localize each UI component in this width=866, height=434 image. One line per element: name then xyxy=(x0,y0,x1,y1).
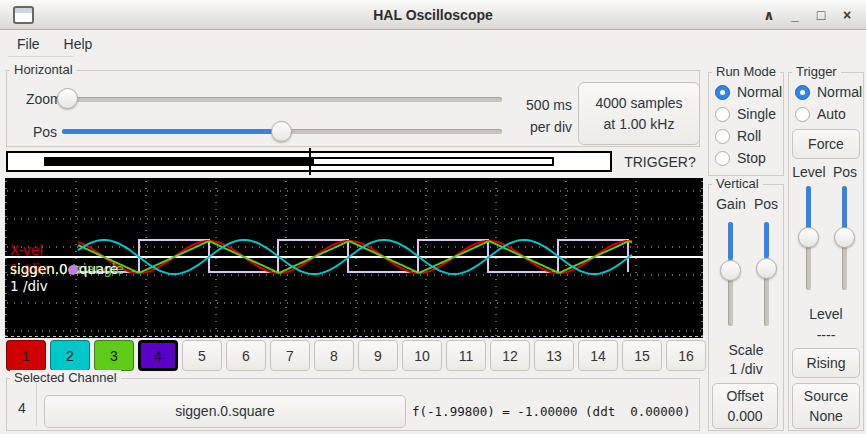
scope-canvas: X-vel 1 /div siggen.0.triangle siggen.0.… xyxy=(5,178,703,338)
trigger-group-label: Trigger xyxy=(792,64,841,79)
vertical-group-label: Vertical xyxy=(712,176,763,191)
trigger-edge-button[interactable]: Rising xyxy=(792,348,860,378)
trigger-status-label: TRIGGER? xyxy=(618,154,702,170)
force-button[interactable]: Force xyxy=(792,129,860,159)
vertical-gain-label: Gain xyxy=(712,196,750,212)
channel-button-12[interactable]: 12 xyxy=(490,340,530,371)
minimize-icon[interactable]: _ xyxy=(784,4,806,26)
run-mode-option-label: Single xyxy=(737,106,776,122)
menubar: File Help xyxy=(0,30,866,57)
record-filled-portion xyxy=(44,157,312,166)
vertical-pos-slider-handle[interactable] xyxy=(756,258,777,279)
vertical-gain-slider-fill xyxy=(728,222,733,260)
offset-button[interactable]: Offset 0.000 xyxy=(712,383,778,429)
run-mode-option-stop[interactable]: Stop xyxy=(709,147,785,169)
run-mode-option-roll[interactable]: Roll xyxy=(709,125,785,147)
trigger-level-slider-fill xyxy=(806,186,811,230)
time-per-div-unit: per div xyxy=(500,119,572,135)
run-mode-group-label: Run Mode xyxy=(712,64,780,79)
trigger-source-button-value: None xyxy=(809,406,842,426)
trigger-mode-option-normal[interactable]: Normal xyxy=(789,81,865,103)
trigger-mode-option-auto[interactable]: Auto xyxy=(789,103,865,125)
trigger-pos-slider-fill xyxy=(842,186,847,230)
selected-channel-group-label: Selected Channel xyxy=(10,370,121,385)
channel-button-9[interactable]: 9 xyxy=(358,340,398,371)
channel-button-11[interactable]: 11 xyxy=(446,340,486,371)
channel-value-readout: f(-1.99800) = -1.00000 (ddt 0.00000) xyxy=(412,404,690,419)
channel-button-16[interactable]: 16 xyxy=(666,340,706,371)
trigger-source-button-label: Source xyxy=(804,386,848,406)
trigger-options: NormalAuto xyxy=(789,81,865,125)
channel-button-10[interactable]: 10 xyxy=(402,340,442,371)
close-icon[interactable]: × xyxy=(836,4,858,26)
run-mode-group: Run Mode NormalSingleRollStop xyxy=(708,72,784,176)
horizontal-group-label: Horizontal xyxy=(10,62,77,77)
offset-button-label: Offset xyxy=(726,386,763,406)
pos-slider-fill xyxy=(62,129,282,134)
channel-button-15[interactable]: 15 xyxy=(622,340,662,371)
channel-button-3[interactable]: 3 xyxy=(94,340,134,371)
vertical-scale-label: Scale xyxy=(708,342,784,358)
run-mode-option-single[interactable]: Single xyxy=(709,103,785,125)
channel-button-row: 12345678910111213141516 xyxy=(6,340,706,371)
trigger-level-value: ---- xyxy=(788,327,864,343)
record-position-marker xyxy=(309,148,311,175)
samples-button[interactable]: 4000 samples at 1.00 kHz xyxy=(578,82,700,145)
run-mode-option-normal[interactable]: Normal xyxy=(709,81,785,103)
run-mode-option-label: Normal xyxy=(737,84,782,100)
channel-button-14[interactable]: 14 xyxy=(578,340,618,371)
samples-button-line2: at 1.00 kHz xyxy=(604,114,675,134)
selected-channel-number: 4 xyxy=(12,400,32,416)
channel-button-2[interactable]: 2 xyxy=(50,340,90,371)
menu-file[interactable]: File xyxy=(6,33,51,55)
channel-button-13[interactable]: 13 xyxy=(534,340,574,371)
radio-off-icon[interactable] xyxy=(795,107,810,122)
trigger-source-button[interactable]: Source None xyxy=(792,383,860,429)
channel-name-button[interactable]: siggen.0.square xyxy=(44,395,406,428)
run-mode-options: NormalSingleRollStop xyxy=(709,81,785,169)
channel-button-7[interactable]: 7 xyxy=(270,340,310,371)
radio-off-icon[interactable] xyxy=(715,107,730,122)
selected-channel-marker-dot xyxy=(68,265,78,275)
selected-channel-divider xyxy=(36,383,37,426)
maximize-icon[interactable]: □ xyxy=(810,4,832,26)
scope-label-ch1: X-vel xyxy=(10,242,43,258)
shade-icon[interactable]: ∧ xyxy=(758,4,780,26)
vertical-pos-slider-fill xyxy=(764,222,769,258)
channel-button-4[interactable]: 4 xyxy=(138,340,178,371)
pos-label: Pos xyxy=(33,124,57,140)
run-mode-option-label: Roll xyxy=(737,128,761,144)
menu-help[interactable]: Help xyxy=(53,33,104,55)
vertical-gain-slider-handle[interactable] xyxy=(720,260,741,281)
trigger-level-slider-handle[interactable] xyxy=(798,227,819,248)
time-per-div-value: 500 ms xyxy=(500,97,572,113)
titlebar[interactable]: HAL Oscilloscope ∧ _ □ × xyxy=(0,0,866,30)
run-mode-option-label: Stop xyxy=(737,150,766,166)
app-window: HAL Oscilloscope ∧ _ □ × File Help Horiz… xyxy=(0,0,866,434)
trigger-level-slider-label: Level xyxy=(789,164,829,180)
trigger-level-label: Level xyxy=(788,306,864,322)
trigger-pos-slider-handle[interactable] xyxy=(834,227,855,248)
radio-on-icon[interactable] xyxy=(795,85,810,100)
radio-off-icon[interactable] xyxy=(715,151,730,166)
record-pending-portion xyxy=(312,157,554,166)
trigger-mode-option-label: Auto xyxy=(817,106,846,122)
pos-slider-handle[interactable] xyxy=(271,121,292,142)
trigger-mode-option-label: Normal xyxy=(817,84,862,100)
channel-button-8[interactable]: 8 xyxy=(314,340,354,371)
app-icon xyxy=(13,6,34,24)
channel-button-5[interactable]: 5 xyxy=(182,340,222,371)
channel-button-6[interactable]: 6 xyxy=(226,340,266,371)
samples-button-line1: 4000 samples xyxy=(595,93,682,113)
vertical-pos-label: Pos xyxy=(748,196,784,212)
menubar-divider xyxy=(8,56,74,57)
trigger-pos-slider-label: Pos xyxy=(828,164,862,180)
channel-button-1[interactable]: 1 xyxy=(6,340,46,371)
window-controls: ∧ _ □ × xyxy=(758,0,858,30)
offset-button-value: 0.000 xyxy=(727,406,762,426)
radio-on-icon[interactable] xyxy=(715,85,730,100)
vertical-scale-value: 1 /div xyxy=(708,361,784,377)
zoom-slider-handle[interactable] xyxy=(57,88,78,109)
zoom-slider-track[interactable] xyxy=(57,97,502,102)
radio-off-icon[interactable] xyxy=(715,129,730,144)
